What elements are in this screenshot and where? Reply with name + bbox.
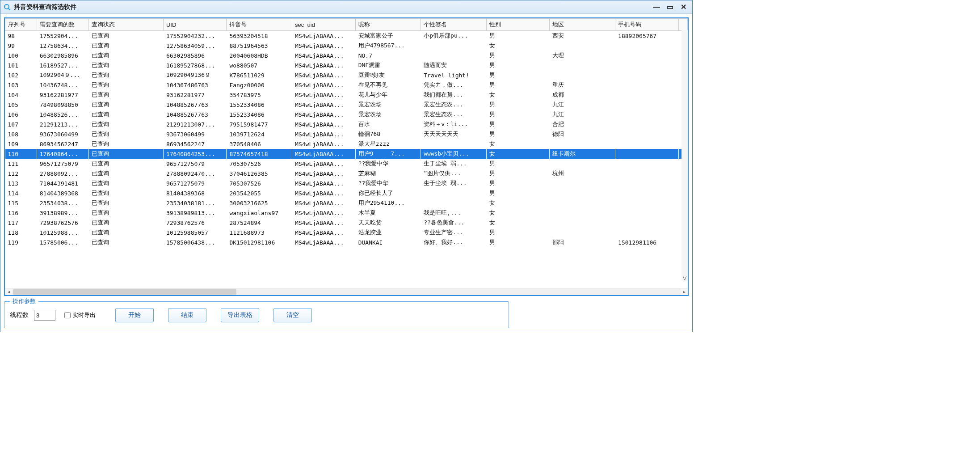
table-cell[interactable]: 370548406 xyxy=(227,139,292,149)
table-cell[interactable]: 女 xyxy=(486,198,550,208)
table-row[interactable]: 9817552904...已查询17552904232...5639320451… xyxy=(5,31,688,41)
table-cell[interactable]: 已查询 xyxy=(89,178,164,188)
table-cell[interactable]: 已查询 xyxy=(89,31,164,41)
table-cell[interactable]: 17552904232... xyxy=(163,31,227,41)
scroll-right-icon[interactable]: ▸ xyxy=(681,288,688,296)
table-row[interactable]: 11523534038...已查询23534038181...300032166… xyxy=(5,198,688,208)
table-cell[interactable]: 93162281977 xyxy=(163,90,227,100)
table-cell[interactable]: 已查询 xyxy=(89,159,164,169)
table-cell[interactable]: MS4wLjABAAA... xyxy=(292,228,356,237)
table-cell[interactable]: 106 xyxy=(5,110,37,119)
table-cell[interactable]: 生于尘埃 弱... xyxy=(421,178,487,188)
table-cell[interactable]: 93673060499 xyxy=(37,129,88,139)
table-cell[interactable] xyxy=(421,198,487,208)
table-cell[interactable]: 派大星zzzz xyxy=(355,139,421,149)
table-cell[interactable]: 1039712624 xyxy=(227,129,292,139)
table-cell[interactable]: 天天吃货 xyxy=(355,218,421,228)
table-cell[interactable]: 10436748... xyxy=(37,80,88,90)
table-cell[interactable]: 203542055 xyxy=(227,188,292,198)
column-header[interactable]: 地区 xyxy=(550,19,615,31)
table-cell[interactable]: 10488526... xyxy=(37,110,88,119)
table-cell[interactable]: 101 xyxy=(5,60,37,70)
table-cell[interactable]: MS4wLjABAAA... xyxy=(292,60,356,70)
table-cell[interactable]: 浩龙胶业 xyxy=(355,228,421,237)
table-cell[interactable]: MS4wLjABAAA... xyxy=(292,110,356,119)
table-cell[interactable]: 小p俱乐部pu... xyxy=(421,31,487,41)
table-cell[interactable] xyxy=(550,159,615,169)
table-cell[interactable]: 17640864... xyxy=(37,149,88,159)
table-cell[interactable]: 87574657418 xyxy=(227,149,292,159)
table-cell[interactable]: 18892005767 xyxy=(615,31,679,41)
table-cell[interactable]: ??各色美食... xyxy=(421,218,487,228)
close-button[interactable]: ✕ xyxy=(677,2,690,12)
realtime-export-checkbox[interactable]: 实时导出 xyxy=(64,311,96,319)
column-header[interactable]: 查询状态 xyxy=(89,19,164,31)
table-cell[interactable]: 78498098850 xyxy=(37,100,88,110)
table-cell[interactable]: 10929049136９ xyxy=(163,70,227,80)
column-header[interactable]: 抖音号 xyxy=(227,19,292,31)
table-cell[interactable] xyxy=(421,51,487,60)
table-cell[interactable]: 你已经长大了 xyxy=(355,188,421,198)
table-cell[interactable] xyxy=(615,51,679,60)
table-row[interactable]: 10066302985896已查询6630298589620040608HDBM… xyxy=(5,51,688,60)
table-cell[interactable]: 已查询 xyxy=(89,228,164,237)
table-row[interactable]: 10721291213...已查询21291213007...795159814… xyxy=(5,119,688,129)
stop-button[interactable]: 结束 xyxy=(168,308,206,322)
table-cell[interactable]: 88751964563 xyxy=(227,41,292,51)
scroll-thumb[interactable] xyxy=(13,289,236,295)
table-cell[interactable] xyxy=(615,139,679,149)
table-cell[interactable]: MS4wLjABAAA... xyxy=(292,80,356,90)
table-cell[interactable]: Fangz00000 xyxy=(227,80,292,90)
table-cell[interactable]: 102 xyxy=(5,70,37,80)
table-cell[interactable] xyxy=(615,110,679,119)
table-cell[interactable]: 21291213007... xyxy=(163,119,227,129)
table-cell[interactable]: 女 xyxy=(486,218,550,228)
vertical-scrollbar[interactable]: ⋁ xyxy=(681,30,688,281)
table-cell[interactable]: 男 xyxy=(486,60,550,70)
table-cell[interactable]: 专业生产密... xyxy=(421,228,487,237)
table-cell[interactable]: 景宏生态农... xyxy=(421,110,487,119)
table-cell[interactable]: 男 xyxy=(486,51,550,60)
table-row[interactable]: 11371044391481已查询96571275079705307526MS4… xyxy=(5,178,688,188)
table-cell[interactable]: 邵阳 xyxy=(550,237,615,247)
table-cell[interactable]: 109 xyxy=(5,139,37,149)
table-cell[interactable] xyxy=(550,60,615,70)
table-cell[interactable]: 93673060499 xyxy=(163,129,227,139)
table-cell[interactable]: 104885267763 xyxy=(163,100,227,110)
table-cell[interactable]: 705307526 xyxy=(227,178,292,188)
table-row[interactable]: 10493162281977已查询93162281977354783975MS4… xyxy=(5,90,688,100)
table-cell[interactable]: 705307526 xyxy=(227,159,292,169)
table-cell[interactable]: 16189527... xyxy=(37,60,88,70)
table-cell[interactable] xyxy=(550,178,615,188)
table-cell[interactable]: 杭州 xyxy=(550,169,615,178)
table-row[interactable]: 11017640864...已查询17640864253...875746574… xyxy=(5,149,688,159)
table-cell[interactable]: MS4wLjABAAA... xyxy=(292,159,356,169)
table-cell[interactable]: 已查询 xyxy=(89,60,164,70)
table-cell[interactable]: 已查询 xyxy=(89,149,164,159)
table-cell[interactable]: 10125988... xyxy=(37,228,88,237)
table-cell[interactable] xyxy=(615,218,679,228)
table-body[interactable]: 9817552904...已查询17552904232...5639320451… xyxy=(5,31,688,248)
table-cell[interactable]: MS4wLjABAAA... xyxy=(292,218,356,228)
table-cell[interactable]: 1552334086 xyxy=(227,110,292,119)
table-cell[interactable]: 115 xyxy=(5,198,37,208)
table-cell[interactable]: 男 xyxy=(486,188,550,198)
table-cell[interactable]: 99 xyxy=(5,41,37,51)
table-cell[interactable]: MS4wLjABAAA... xyxy=(292,90,356,100)
table-cell[interactable]: 你好、我好... xyxy=(421,237,487,247)
table-cell[interactable]: 已查询 xyxy=(89,119,164,129)
table-cell[interactable]: 93162281977 xyxy=(37,90,88,100)
table-cell[interactable]: 12758634... xyxy=(37,41,88,51)
table-cell[interactable]: MS4wLjABAAA... xyxy=(292,41,356,51)
table-cell[interactable]: 已查询 xyxy=(89,208,164,218)
table-row[interactable]: 10578498098850已查询1048852677631552334086M… xyxy=(5,100,688,110)
table-cell[interactable]: 男 xyxy=(486,80,550,90)
table-row[interactable]: 10610488526...已查询1048852677631552334086M… xyxy=(5,110,688,119)
minimize-button[interactable]: — xyxy=(650,2,663,12)
table-row[interactable]: 1021092904９...已查询10929049136９K786511029M… xyxy=(5,70,688,80)
table-cell[interactable]: 86934562247 xyxy=(37,139,88,149)
table-cell[interactable] xyxy=(550,208,615,218)
table-cell[interactable] xyxy=(550,70,615,80)
table-cell[interactable]: 九江 xyxy=(550,100,615,110)
table-cell[interactable]: 100 xyxy=(5,51,37,60)
